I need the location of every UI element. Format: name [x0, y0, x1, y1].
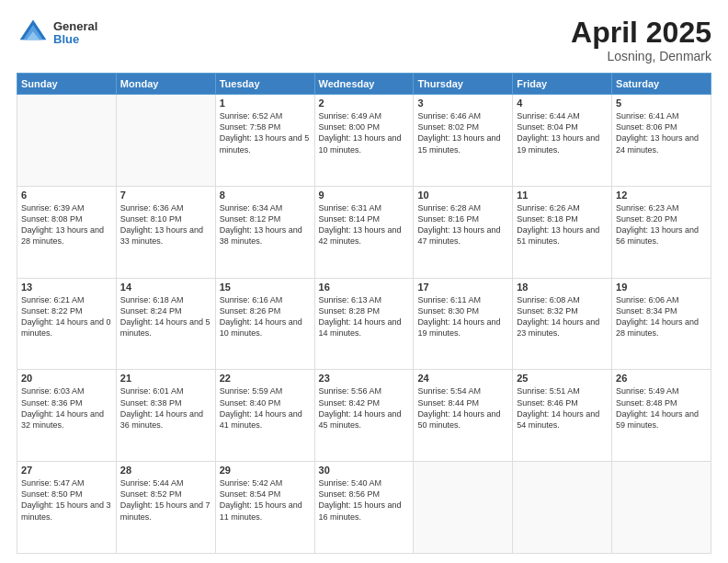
day-info: Sunrise: 6:34 AM Sunset: 8:12 PM Dayligh…	[220, 202, 311, 247]
day-info: Sunrise: 5:40 AM Sunset: 8:56 PM Dayligh…	[319, 477, 410, 523]
day-number: 19	[616, 282, 707, 293]
weekday-header-row: SundayMondayTuesdayWednesdayThursdayFrid…	[17, 74, 711, 95]
day-number: 9	[319, 190, 410, 201]
day-number: 1	[220, 98, 311, 109]
day-info: Sunrise: 6:31 AM Sunset: 8:14 PM Dayligh…	[319, 202, 410, 247]
calendar-cell	[17, 95, 117, 187]
logo: General Blue	[17, 17, 97, 50]
day-info: Sunrise: 6:16 AM Sunset: 8:26 PM Dayligh…	[220, 294, 311, 339]
day-number: 2	[319, 98, 410, 109]
day-info: Sunrise: 5:54 AM Sunset: 8:44 PM Dayligh…	[417, 385, 508, 431]
calendar-cell: 2Sunrise: 6:49 AM Sunset: 8:00 PM Daylig…	[314, 95, 414, 187]
day-number: 4	[517, 98, 608, 109]
day-info: Sunrise: 6:21 AM Sunset: 8:22 PM Dayligh…	[21, 294, 112, 339]
calendar-cell: 26Sunrise: 5:49 AM Sunset: 8:48 PM Dayli…	[612, 370, 711, 462]
calendar-row-0: 1Sunrise: 6:52 AM Sunset: 7:58 PM Daylig…	[17, 95, 711, 187]
calendar-cell: 25Sunrise: 5:51 AM Sunset: 8:46 PM Dayli…	[513, 370, 612, 462]
calendar-cell: 19Sunrise: 6:06 AM Sunset: 8:34 PM Dayli…	[612, 278, 711, 370]
calendar-cell: 20Sunrise: 6:03 AM Sunset: 8:36 PM Dayli…	[17, 370, 117, 462]
calendar-cell: 10Sunrise: 6:28 AM Sunset: 8:16 PM Dayli…	[414, 186, 513, 278]
day-info: Sunrise: 6:23 AM Sunset: 8:20 PM Dayligh…	[616, 202, 707, 247]
day-number: 18	[517, 282, 608, 293]
calendar-row-1: 6Sunrise: 6:39 AM Sunset: 8:08 PM Daylig…	[17, 186, 711, 278]
calendar-cell: 17Sunrise: 6:11 AM Sunset: 8:30 PM Dayli…	[414, 278, 513, 370]
day-info: Sunrise: 6:28 AM Sunset: 8:16 PM Dayligh…	[417, 202, 508, 247]
calendar-cell: 12Sunrise: 6:23 AM Sunset: 8:20 PM Dayli…	[612, 186, 711, 278]
logo-text: General Blue	[53, 20, 97, 47]
calendar-cell: 5Sunrise: 6:41 AM Sunset: 8:06 PM Daylig…	[612, 95, 711, 187]
weekday-header-tuesday: Tuesday	[215, 74, 314, 95]
day-number: 7	[120, 190, 211, 201]
page: General Blue April 2025 Losning, Denmark…	[0, 0, 728, 563]
day-number: 5	[616, 98, 707, 109]
logo-general: General	[53, 20, 97, 33]
calendar-cell	[116, 95, 215, 187]
calendar-cell: 7Sunrise: 6:36 AM Sunset: 8:10 PM Daylig…	[116, 186, 215, 278]
calendar-cell	[513, 462, 612, 554]
weekday-header-friday: Friday	[513, 74, 612, 95]
day-number: 16	[319, 282, 410, 293]
day-number: 17	[417, 282, 508, 293]
day-info: Sunrise: 6:08 AM Sunset: 8:32 PM Dayligh…	[517, 294, 608, 339]
day-number: 28	[120, 465, 211, 476]
weekday-header-saturday: Saturday	[612, 74, 711, 95]
day-info: Sunrise: 6:01 AM Sunset: 8:38 PM Dayligh…	[120, 385, 211, 431]
day-number: 14	[120, 282, 211, 293]
day-number: 12	[616, 190, 707, 201]
day-number: 29	[220, 465, 311, 476]
calendar-cell	[414, 462, 513, 554]
day-info: Sunrise: 6:11 AM Sunset: 8:30 PM Dayligh…	[417, 294, 508, 339]
day-info: Sunrise: 6:44 AM Sunset: 8:04 PM Dayligh…	[517, 110, 608, 155]
day-number: 26	[616, 373, 707, 384]
header: General Blue April 2025 Losning, Denmark	[17, 17, 711, 63]
calendar-cell: 28Sunrise: 5:44 AM Sunset: 8:52 PM Dayli…	[116, 462, 215, 554]
calendar-cell: 18Sunrise: 6:08 AM Sunset: 8:32 PM Dayli…	[513, 278, 612, 370]
day-info: Sunrise: 6:46 AM Sunset: 8:02 PM Dayligh…	[417, 110, 508, 155]
day-info: Sunrise: 6:13 AM Sunset: 8:28 PM Dayligh…	[319, 294, 410, 339]
calendar-cell: 13Sunrise: 6:21 AM Sunset: 8:22 PM Dayli…	[17, 278, 117, 370]
calendar-cell: 15Sunrise: 6:16 AM Sunset: 8:26 PM Dayli…	[215, 278, 314, 370]
day-number: 10	[417, 190, 508, 201]
day-number: 24	[417, 373, 508, 384]
day-info: Sunrise: 5:56 AM Sunset: 8:42 PM Dayligh…	[319, 385, 410, 431]
day-info: Sunrise: 6:26 AM Sunset: 8:18 PM Dayligh…	[517, 202, 608, 247]
day-info: Sunrise: 6:49 AM Sunset: 8:00 PM Dayligh…	[319, 110, 410, 155]
calendar-cell: 11Sunrise: 6:26 AM Sunset: 8:18 PM Dayli…	[513, 186, 612, 278]
day-number: 21	[120, 373, 211, 384]
day-info: Sunrise: 5:51 AM Sunset: 8:46 PM Dayligh…	[517, 385, 608, 431]
day-info: Sunrise: 6:39 AM Sunset: 8:08 PM Dayligh…	[21, 202, 112, 247]
day-info: Sunrise: 6:41 AM Sunset: 8:06 PM Dayligh…	[616, 110, 707, 155]
weekday-header-thursday: Thursday	[414, 74, 513, 95]
day-info: Sunrise: 5:44 AM Sunset: 8:52 PM Dayligh…	[120, 477, 211, 523]
calendar-cell: 30Sunrise: 5:40 AM Sunset: 8:56 PM Dayli…	[314, 462, 414, 554]
calendar-cell: 21Sunrise: 6:01 AM Sunset: 8:38 PM Dayli…	[116, 370, 215, 462]
day-info: Sunrise: 6:06 AM Sunset: 8:34 PM Dayligh…	[616, 294, 707, 339]
calendar-cell: 14Sunrise: 6:18 AM Sunset: 8:24 PM Dayli…	[116, 278, 215, 370]
day-number: 22	[220, 373, 311, 384]
day-info: Sunrise: 6:18 AM Sunset: 8:24 PM Dayligh…	[120, 294, 211, 339]
calendar-cell: 22Sunrise: 5:59 AM Sunset: 8:40 PM Dayli…	[215, 370, 314, 462]
calendar-cell: 24Sunrise: 5:54 AM Sunset: 8:44 PM Dayli…	[414, 370, 513, 462]
weekday-header-monday: Monday	[116, 74, 215, 95]
calendar-cell	[612, 462, 711, 554]
day-info: Sunrise: 5:42 AM Sunset: 8:54 PM Dayligh…	[220, 477, 311, 523]
calendar-cell: 9Sunrise: 6:31 AM Sunset: 8:14 PM Daylig…	[314, 186, 414, 278]
calendar-cell: 23Sunrise: 5:56 AM Sunset: 8:42 PM Dayli…	[314, 370, 414, 462]
weekday-header-sunday: Sunday	[17, 74, 117, 95]
day-number: 15	[220, 282, 311, 293]
day-number: 27	[21, 465, 112, 476]
calendar-cell: 4Sunrise: 6:44 AM Sunset: 8:04 PM Daylig…	[513, 95, 612, 187]
day-info: Sunrise: 5:59 AM Sunset: 8:40 PM Dayligh…	[220, 385, 311, 431]
day-number: 11	[517, 190, 608, 201]
calendar-row-3: 20Sunrise: 6:03 AM Sunset: 8:36 PM Dayli…	[17, 370, 711, 462]
calendar-cell: 8Sunrise: 6:34 AM Sunset: 8:12 PM Daylig…	[215, 186, 314, 278]
logo-blue: Blue	[53, 33, 97, 46]
day-info: Sunrise: 5:49 AM Sunset: 8:48 PM Dayligh…	[616, 385, 707, 431]
main-title: April 2025	[571, 17, 711, 49]
day-number: 23	[319, 373, 410, 384]
day-number: 13	[21, 282, 112, 293]
day-number: 8	[220, 190, 311, 201]
calendar-table: SundayMondayTuesdayWednesdayThursdayFrid…	[17, 73, 711, 554]
day-info: Sunrise: 6:03 AM Sunset: 8:36 PM Dayligh…	[21, 385, 112, 431]
day-number: 3	[417, 98, 508, 109]
